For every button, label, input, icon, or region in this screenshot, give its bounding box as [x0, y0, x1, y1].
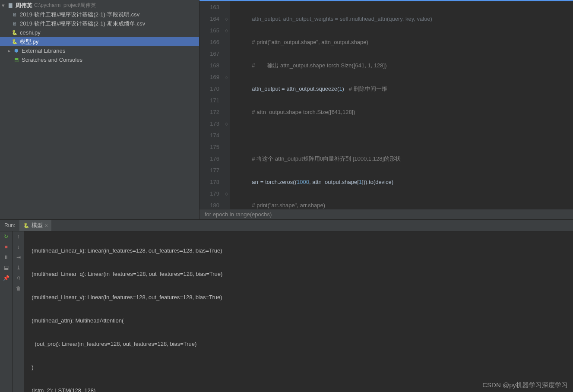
line-no: 167	[203, 48, 219, 60]
fold-marker[interactable]	[223, 153, 230, 164]
root-name: 周伟英	[16, 2, 32, 9]
tree-root[interactable]: ▾ ▇ 周伟英 C:\pycharm_project\周伟英	[0, 1, 199, 10]
fold-marker[interactable]	[223, 95, 230, 106]
code-line: # 输出 attn_output.shape torch.Size([641, …	[233, 60, 573, 71]
breadcrumb[interactable]: for epoch in range(epochs)	[199, 209, 573, 219]
fold-marker[interactable]	[223, 106, 230, 118]
fold-marker[interactable]: ◇	[223, 13, 230, 25]
tree-file[interactable]: 🗎2019-软件工程#程序设计基础(2-1)-期末成绩单.csv	[0, 19, 199, 28]
run-panel: Run: 🐍 模型 ✕ ↻ ■ ⏸ ⬓ 📌 ↑ ↓ ⇥ ⤓ ⎙ 🗑 (multi…	[0, 219, 573, 392]
tree-file[interactable]: 🐍ceshi.py	[0, 28, 199, 37]
file-label: 2019-软件工程#程序设计基础(2-1)-期末成绩单.csv	[20, 20, 145, 28]
line-no: 164	[203, 13, 219, 25]
code-line: # 将这个 attn_output矩阵用0向量补齐到 [1000,1,128]的…	[233, 153, 573, 164]
line-no: 166	[203, 36, 219, 48]
line-no: 180	[203, 199, 219, 209]
tree-external[interactable]: ▸⬢External Libraries	[0, 46, 199, 55]
fold-marker[interactable]	[223, 141, 230, 153]
editor: 1631641651661671681691701711721731741751…	[199, 0, 573, 219]
code-line: # attn_output.shape torch.Size([641,128]…	[233, 106, 573, 118]
pause-button[interactable]: ⏸	[3, 254, 9, 261]
run-label: Run:	[0, 222, 19, 228]
pin-button[interactable]: 📌	[3, 275, 9, 281]
line-no: 175	[203, 141, 219, 153]
code-line: # print("arr.shape", arr.shape)	[233, 199, 573, 209]
python-icon: 🐍	[23, 222, 30, 229]
up-button[interactable]: ↑	[15, 233, 22, 240]
console-line: (multihead_attn): MultiheadAttention(	[28, 315, 569, 326]
line-no: 168	[203, 60, 219, 71]
gutter[interactable]: 1631641651661671681691701711721731741751…	[199, 1, 223, 209]
trash-button[interactable]: 🗑	[15, 285, 22, 292]
line-no: 170	[203, 83, 219, 95]
scratch-label: Scratches and Consoles	[22, 57, 82, 63]
python-icon: 🐍	[11, 29, 18, 36]
line-no: 172	[203, 106, 219, 118]
down-button[interactable]: ↓	[15, 243, 22, 250]
root-path: C:\pycharm_project\周伟英	[34, 2, 96, 9]
run-toolbar-2: ↑ ↓ ⇥ ⤓ ⎙ 🗑	[12, 231, 24, 392]
rerun-button[interactable]: ↻	[3, 233, 9, 240]
watermark: CSDN @py机器学习深度学习	[482, 381, 568, 389]
layout-button[interactable]: ⬓	[3, 264, 9, 271]
chevron-right-icon: ▸	[8, 47, 11, 54]
fold-marker[interactable]	[223, 1, 230, 13]
stop-button[interactable]: ■	[3, 243, 9, 250]
file-icon: 🗎	[11, 11, 18, 18]
fold-marker[interactable]	[223, 176, 230, 188]
line-no: 179	[203, 188, 219, 199]
line-no: 169	[203, 71, 219, 83]
line-no: 174	[203, 130, 219, 141]
scroll-button[interactable]: ⤓	[15, 264, 22, 271]
file-label: 模型.py	[20, 38, 38, 46]
fold-marker[interactable]	[223, 83, 230, 95]
line-no: 165	[203, 25, 219, 36]
line-no: 173	[203, 118, 219, 130]
fold-marker[interactable]	[223, 36, 230, 48]
fold-gutter[interactable]: ◇◇◇◇◇	[223, 1, 230, 209]
console-line: (multihead_Linear_v): Linear(in_features…	[28, 291, 569, 303]
tree-file-selected[interactable]: 🐍模型.py	[0, 37, 199, 46]
wrap-button[interactable]: ⇥	[15, 254, 22, 261]
code-line: attn_output = attn_output.squeeze(1) # 删…	[233, 83, 573, 95]
fold-marker[interactable]	[223, 60, 230, 71]
line-no: 177	[203, 164, 219, 176]
tab-label: 模型	[32, 221, 43, 229]
tree-file[interactable]: 🗎2019-软件工程#程序设计基础(2-1)-字段说明.csv	[0, 10, 199, 19]
file-label: ceshi.py	[20, 29, 41, 36]
fold-marker[interactable]	[223, 199, 230, 209]
line-no: 171	[203, 95, 219, 106]
chevron-down-icon: ▾	[2, 2, 5, 9]
print-button[interactable]: ⎙	[15, 275, 22, 281]
code-line: attn_output, attn_output_weights = self.…	[233, 13, 573, 25]
python-icon: 🐍	[11, 38, 18, 45]
code-line: arr = torch.zeros((1000, attn_output.sha…	[233, 176, 573, 188]
console-line: (multihead_Linear_k): Linear(in_features…	[28, 245, 569, 256]
run-tab[interactable]: 🐍 模型 ✕	[19, 220, 51, 231]
fold-marker[interactable]: ◇	[223, 118, 230, 130]
project-tree[interactable]: ▾ ▇ 周伟英 C:\pycharm_project\周伟英 🗎2019-软件工…	[0, 0, 199, 219]
code-area[interactable]: attn_output, attn_output_weights = self.…	[230, 1, 573, 209]
scratch-icon: ⬒	[13, 57, 20, 63]
tree-scratches[interactable]: ⬒Scratches and Consoles	[0, 55, 199, 64]
fold-marker[interactable]	[223, 164, 230, 176]
library-icon: ⬢	[13, 47, 20, 54]
line-no: 178	[203, 176, 219, 188]
fold-marker[interactable]: ◇	[223, 25, 230, 36]
crumb-text: for epoch in range(epochs)	[205, 211, 272, 218]
close-icon[interactable]: ✕	[44, 223, 48, 228]
external-label: External Libraries	[22, 47, 65, 54]
line-no: 176	[203, 153, 219, 164]
console-line: (multihead_Linear_q): Linear(in_features…	[28, 268, 569, 280]
code-line: # print("attn_output.shape", attn_output…	[233, 36, 573, 48]
fold-marker[interactable]: ◇	[223, 188, 230, 199]
fold-marker[interactable]	[223, 48, 230, 60]
console-line: )	[28, 361, 569, 373]
fold-marker[interactable]: ◇	[223, 71, 230, 83]
file-label: 2019-软件工程#程序设计基础(2-1)-字段说明.csv	[20, 11, 139, 19]
run-toolbar-left: ↻ ■ ⏸ ⬓ 📌	[0, 231, 12, 392]
console-line: (out_proj): Linear(in_features=128, out_…	[28, 338, 569, 350]
console-output[interactable]: (multihead_Linear_k): Linear(in_features…	[24, 231, 573, 392]
file-icon: 🗎	[11, 20, 18, 27]
fold-marker[interactable]	[223, 130, 230, 141]
